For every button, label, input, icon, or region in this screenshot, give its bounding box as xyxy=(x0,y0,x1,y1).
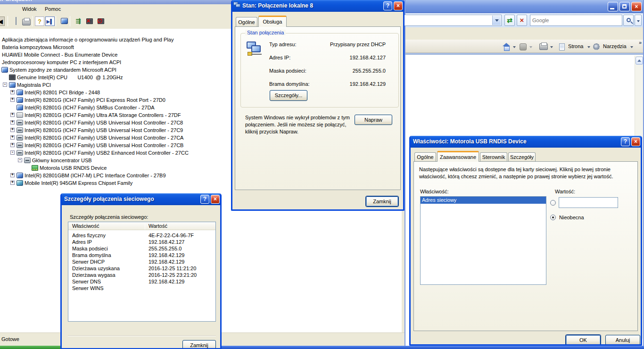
close-button[interactable]: × xyxy=(394,1,403,10)
address-dropdown-button[interactable] xyxy=(492,16,501,25)
cancel-button[interactable]: Anuluj xyxy=(605,335,640,345)
tree-item-label[interactable]: Intel(R) 82801G (ICH7 Family) USB Univer… xyxy=(25,134,183,141)
help-icon[interactable]: ? xyxy=(35,17,44,26)
expand-icon[interactable]: + xyxy=(10,120,15,125)
tree-item-label[interactable]: Aplikacja zbierająca informacje o oprogr… xyxy=(2,36,173,43)
restore-button[interactable] xyxy=(619,2,630,11)
collapse-icon[interactable]: - xyxy=(18,158,22,162)
tree-item-label[interactable]: Genuine Intel(R) CPU U1400 @ 1.20GHz xyxy=(17,74,123,81)
tree-item-label[interactable]: Bateria kompozytowa Microsoft xyxy=(2,43,74,51)
absent-radio[interactable] xyxy=(550,215,556,220)
repair-button[interactable]: Napraw xyxy=(355,115,392,125)
refresh-button[interactable]: ⇄ xyxy=(504,15,515,26)
tab-ogolne[interactable]: Ogólne xyxy=(414,152,436,162)
tree-item-label[interactable]: Główny koncentrator USB xyxy=(32,157,92,164)
details-row[interactable]: Dzierżawa wygasa2016-12-25 23:21:20 xyxy=(68,272,215,278)
details-row[interactable]: Adres IP192.168.42.127 xyxy=(68,239,215,245)
home-dropdown[interactable] xyxy=(513,42,516,51)
disable-device-icon[interactable]: ∅ xyxy=(96,17,106,26)
dialog-titlebar[interactable]: Stan: Połączenie lokalne 8 ? × xyxy=(231,0,405,12)
expand-icon[interactable]: + xyxy=(10,128,15,132)
feeds-dropdown[interactable] xyxy=(529,42,532,51)
update-driver-icon[interactable]: ⇶ xyxy=(74,17,83,26)
column-divider[interactable] xyxy=(145,223,145,230)
tree-item-label[interactable]: Intel(R) 82801G (ICH7 Family) USB Univer… xyxy=(25,119,183,126)
tree-item-label[interactable]: Intel(R) 82801G (ICH7 Family) USB2 Enhan… xyxy=(25,149,189,157)
dialog-titlebar[interactable]: Właściwości: Motorola USB RNDIS Device ?… xyxy=(409,136,642,148)
tree-item-label[interactable]: Intel(R) 82801G (ICH7 Family) USB Univer… xyxy=(25,126,183,134)
properties-icon[interactable] xyxy=(11,17,21,26)
column-header-value[interactable]: Wartość xyxy=(149,222,167,230)
search-button[interactable] xyxy=(623,15,634,26)
help-button[interactable]: ? xyxy=(383,1,392,10)
search-input[interactable] xyxy=(532,16,617,25)
dialog-titlebar[interactable]: Szczegóły połączenia sieciowego ? × xyxy=(60,193,222,205)
tree-item-label[interactable]: Intel(R) 82801G (ICH7 Family) Ultra ATA … xyxy=(25,111,181,119)
help-button[interactable]: ? xyxy=(200,195,209,204)
search-options-button[interactable] xyxy=(635,15,642,26)
tree-item-label[interactable]: Intel(R) 82801G (ICH7 Family) PCI Expres… xyxy=(25,96,165,104)
close-dialog-button[interactable]: Zamknij xyxy=(182,340,216,349)
feeds-button[interactable] xyxy=(520,42,527,51)
tab-szczegoly[interactable]: Szczegóły xyxy=(508,152,536,162)
uninstall-device-icon[interactable]: × xyxy=(85,17,94,26)
search-box[interactable] xyxy=(530,15,622,26)
absent-radio-label[interactable]: Nieobecna xyxy=(559,215,584,220)
stop-button[interactable]: × xyxy=(517,15,527,26)
close-button[interactable]: × xyxy=(211,195,220,204)
tab-ogolne[interactable]: Ogólne xyxy=(236,17,257,27)
tree-item-label[interactable]: Mobile Intel(R) 945GM Express Chipset Fa… xyxy=(25,179,132,187)
tree-item-label[interactable]: Intel(R) 82801G (ICH7 Family) SMBus Cont… xyxy=(25,104,155,111)
collapse-icon[interactable]: - xyxy=(3,83,7,87)
expand-icon[interactable]: + xyxy=(10,90,15,94)
value-radio[interactable] xyxy=(550,200,556,206)
tree-item-label[interactable]: Jednoprocesorowy komputer PC z interfejs… xyxy=(2,58,121,66)
minimize-button[interactable] xyxy=(608,2,618,11)
expand-icon[interactable]: + xyxy=(10,98,15,102)
ok-button[interactable]: OK xyxy=(566,335,601,345)
tab-zaawansowane[interactable]: Zaawansowane xyxy=(437,151,479,162)
page-button[interactable]: Strona xyxy=(559,42,590,51)
tools-button[interactable]: Narzędzia xyxy=(593,42,633,51)
tree-item-label[interactable]: Intel(R) 82801 PCI Bridge - 2448 xyxy=(25,89,100,96)
print-button[interactable] xyxy=(539,42,548,51)
details-row[interactable]: Dzierżawa uzyskana2016-12-25 11:21:20 xyxy=(68,265,215,272)
print-dropdown[interactable] xyxy=(550,42,553,51)
tab-obsluga[interactable]: Obsługa xyxy=(258,16,287,27)
details-row[interactable]: Serwer DHCP192.168.42.129 xyxy=(68,258,215,265)
show-window-icon[interactable]: ▶▌ xyxy=(45,17,55,26)
tree-item-label[interactable]: Intel(R) 82801G (ICH7 Family) USB Univer… xyxy=(25,141,183,149)
details-row[interactable]: Serwer WINS xyxy=(68,285,215,291)
help-button[interactable]: ? xyxy=(621,137,630,146)
property-list-item[interactable]: Adres sieciowy xyxy=(421,197,546,204)
print-icon[interactable] xyxy=(22,17,31,26)
scroll-up-button[interactable] xyxy=(636,57,643,65)
details-row[interactable]: Maska podsieci255.255.255.0 xyxy=(68,245,215,252)
close-button[interactable]: × xyxy=(631,2,642,11)
column-header-property[interactable]: Właściwość xyxy=(72,222,99,230)
close-dialog-button[interactable]: Zamknij xyxy=(366,196,398,207)
address-combobox[interactable] xyxy=(404,15,502,26)
details-row[interactable]: Adres fizyczny4E-F2-22-C4-96-7F xyxy=(68,232,215,239)
scan-hardware-icon[interactable] xyxy=(59,17,69,26)
details-listview[interactable]: Właściwość Wartość Adres fizyczny4E-F2-2… xyxy=(68,222,216,322)
value-input[interactable] xyxy=(560,199,616,206)
expand-icon[interactable]: + xyxy=(10,135,15,140)
browser-titlebar[interactable]: × xyxy=(405,0,643,13)
expand-icon[interactable]: + xyxy=(10,113,15,117)
details-row[interactable]: Serwer DNS192.168.42.129 xyxy=(68,278,215,285)
menu-pomoc[interactable]: Pomoc xyxy=(45,4,61,14)
expand-icon[interactable]: + xyxy=(10,181,15,185)
details-row[interactable]: Brama domyślna192.168.42.129 xyxy=(68,252,215,258)
details-button[interactable]: Szczegóły... xyxy=(270,90,307,101)
tree-item-label[interactable]: Magistrala PCI xyxy=(17,81,51,89)
tree-item-label[interactable]: HUAWEI Mobile Connect - Bus Enumerate De… xyxy=(2,51,117,58)
value-input-box[interactable] xyxy=(559,197,618,208)
listview-header[interactable]: Właściwość Wartość xyxy=(68,222,215,230)
tree-item-label[interactable]: Motorola USB RNDIS Device xyxy=(40,164,107,172)
property-list[interactable]: Adres sieciowy xyxy=(420,196,546,285)
expand-icon[interactable]: + xyxy=(10,173,15,177)
close-button[interactable]: × xyxy=(631,137,640,146)
back-icon[interactable]: ◀ xyxy=(0,17,5,26)
toolbar-overflow-button[interactable]: » xyxy=(639,40,642,45)
